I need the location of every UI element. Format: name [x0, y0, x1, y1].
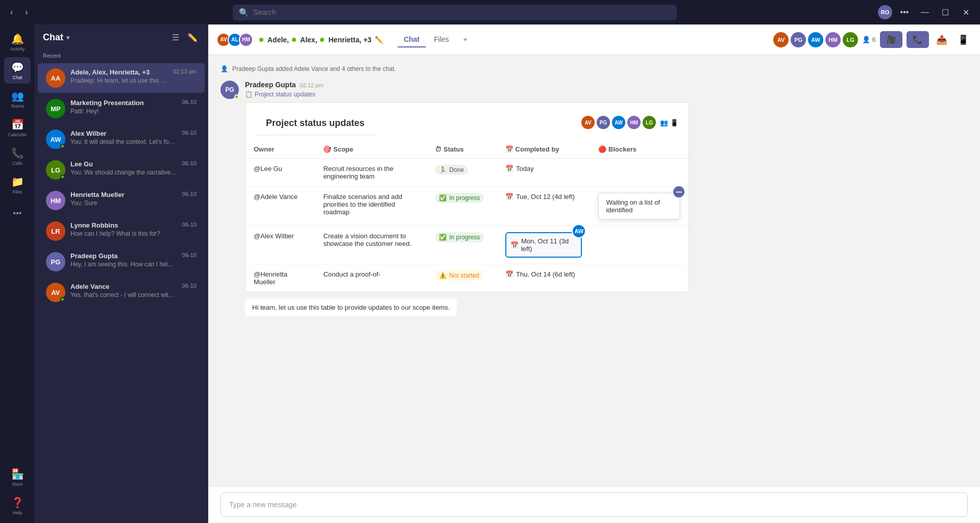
cell-completed: 📅 Today — [497, 159, 590, 187]
teams-icon: 👥 — [11, 90, 24, 102]
table-phone-icon: 📱 — [670, 119, 678, 127]
chat-time: 06-10 — [182, 252, 197, 258]
chat-header-tabs: Chat Files + — [398, 32, 474, 47]
calendar-icon: 📅 — [505, 165, 513, 172]
title-bar-left: ‹ › — [6, 6, 32, 19]
participant-name-henrietta: Henrietta, +3 — [328, 36, 371, 44]
cell-scope: Recruit resources in the engineering tea… — [315, 159, 427, 187]
cell-status: ⚠️ Not started — [427, 264, 497, 292]
blocker-more-button[interactable]: ••• — [673, 186, 684, 197]
avatar: HM — [46, 191, 65, 210]
tab-files[interactable]: Files — [428, 32, 455, 47]
message-input-placeholder: Type a new message — [229, 501, 297, 509]
table-row: @Lee Gu Recruit resources in the enginee… — [246, 159, 689, 187]
user-avatar[interactable]: RO — [878, 5, 892, 19]
chat-item-henrietta[interactable]: HM Henrietta Mueller You: Sure 06-10 — [38, 186, 205, 215]
chat-list-title[interactable]: Chat ▾ — [43, 32, 69, 43]
header-avatar-hm: HM — [825, 32, 841, 47]
share-screen-button[interactable]: 📤 — [933, 31, 950, 48]
sidebar-item-files[interactable]: 📁 Files — [4, 171, 31, 198]
sidebar-item-help[interactable]: ❓ Help — [4, 492, 31, 519]
chat-time: 06-10 — [182, 283, 197, 289]
back-button[interactable]: ‹ — [6, 6, 17, 19]
messages-area[interactable]: 👤 Pradeep Gupta added Adele Vance and 4 … — [208, 55, 980, 486]
maximize-button[interactable]: ☐ — [937, 4, 953, 20]
chat-info: Lee Gu You: We should change the narrati… — [70, 160, 177, 176]
chat-time: 06-10 — [182, 99, 197, 105]
blocker-popup: ••• Waiting on a list of identified — [598, 193, 680, 219]
message-input-area: Type a new message — [208, 486, 980, 523]
calls-icon: 📞 — [11, 147, 24, 159]
more-options-button[interactable]: ••• — [896, 4, 913, 20]
sidebar-item-activity[interactable]: 🔔 Activity — [4, 29, 31, 55]
chat-preview: You: We should change the narrative this… — [70, 169, 177, 176]
system-message: 👤 Pradeep Gupta added Adele Vance and 4 … — [220, 63, 968, 74]
files-icon: 📁 — [11, 176, 24, 188]
sidebar-item-more[interactable]: ••• — [4, 200, 31, 227]
sidebar-item-calendar[interactable]: 📅 Calendar — [4, 114, 31, 141]
cell-blockers — [590, 264, 689, 292]
video-call-button[interactable]: 🎥 — [880, 31, 902, 48]
chat-item-adele[interactable]: AV Adele Vance Yes, that's correct - I w… — [38, 278, 205, 307]
add-tab-button[interactable]: + — [457, 32, 474, 47]
message-header: Pradeep Gupta 02:12 pm — [245, 81, 968, 89]
chat-item-lee[interactable]: LG Lee Gu You: We should change the narr… — [38, 155, 205, 185]
sidebar: 🔔 Activity 💬 Chat 👥 Teams 📅 Calendar 📞 C… — [0, 24, 35, 523]
completed-date: AW 📅 Mon, Oct 11 (3d left) — [505, 232, 582, 258]
status-badge-done: 🏃 Done — [435, 165, 468, 175]
more-options-button[interactable]: 📱 — [954, 31, 972, 48]
chat-item-pradeep[interactable]: PG Pradeep Gupta Hey, I am seeing this. … — [38, 247, 205, 277]
chat-item-marketing[interactable]: MP Marketing Presentation Patti: Hey! 06… — [38, 94, 205, 123]
completed-date: 📅 Today — [505, 165, 582, 172]
avatar: AA — [46, 68, 65, 88]
minimize-button[interactable]: — — [917, 4, 933, 20]
chat-item-lynne[interactable]: LR Lynne Robbins How can I help? What is… — [38, 216, 205, 246]
header-avatars-row: AV PG AW HM LG 👤 6 — [773, 32, 876, 47]
status-icon-notstarted: ⚠️ — [439, 272, 447, 279]
chat-preview: Yes, that's correct - I will connect wit… — [70, 291, 177, 298]
audio-call-button[interactable]: 📞 — [906, 31, 929, 48]
system-message-text: Pradeep Gupta added Adele Vance and 4 ot… — [232, 65, 396, 72]
followup-message: Hi team, let us use this table to provid… — [245, 298, 457, 316]
participant-name-alex: Alex, — [300, 36, 317, 44]
header-actions: AV PG AW HM LG 👤 6 🎥 📞 📤 📱 — [773, 31, 972, 48]
message-input-box[interactable]: Type a new message — [220, 492, 968, 517]
forward-button[interactable]: › — [21, 6, 32, 19]
status-icon-inprogress: ✅ — [439, 194, 447, 202]
title-bar-right: RO ••• — ☐ ✕ — [878, 4, 974, 20]
chat-time: 06-10 — [182, 221, 197, 228]
avatar: AW — [46, 130, 65, 149]
table-row: @Henrietta Mueller Conduct a proof-of- ⚠… — [246, 264, 689, 292]
chat-preview: Pradeep: Hi team, let us use this table … — [70, 77, 168, 84]
chat-name: Lynne Robbins — [70, 221, 177, 229]
chat-item-group[interactable]: AA Adele, Alex, Henrietta, +3 Pradeep: H… — [38, 63, 205, 93]
filter-button[interactable]: ☰ — [170, 31, 181, 44]
main-content: AV AL HM Adele, Alex, Henrietta, +3 ✏️ C… — [208, 24, 980, 523]
message-source[interactable]: 📋 Project status updates — [245, 91, 968, 98]
header-avatar-pg: PG — [791, 32, 806, 47]
sidebar-item-teams[interactable]: 👥 Teams — [4, 86, 31, 112]
sidebar-item-chat[interactable]: 💬 Chat — [4, 57, 31, 84]
chat-name: Adele Vance — [70, 283, 177, 290]
close-button[interactable]: ✕ — [958, 4, 974, 20]
online-indicator — [292, 38, 296, 42]
cell-status: ✅ In progress — [427, 226, 497, 264]
search-bar[interactable]: 🔍 — [233, 5, 677, 20]
cell-status: 🏃 Done — [427, 159, 497, 187]
table-participants-icon: 👥 — [660, 119, 668, 127]
chat-header: AV AL HM Adele, Alex, Henrietta, +3 ✏️ C… — [208, 24, 980, 55]
edit-name-icon[interactable]: ✏️ — [375, 36, 383, 44]
completed-date: 📅 Tue, Oct 12 (4d left) — [505, 193, 582, 201]
source-icon: 📋 — [245, 91, 253, 98]
activity-icon: 🔔 — [11, 33, 24, 45]
search-input[interactable] — [253, 8, 671, 16]
avatar: PG — [46, 252, 65, 271]
title-bar: ‹ › 🔍 RO ••• — ☐ ✕ — [0, 0, 980, 24]
sidebar-item-calls[interactable]: 📞 Calls — [4, 143, 31, 169]
tab-chat[interactable]: Chat — [398, 32, 426, 47]
chat-name: Henrietta Mueller — [70, 191, 177, 198]
sidebar-item-store[interactable]: 🏪 Store — [4, 464, 31, 490]
chat-item-alex[interactable]: AW Alex Wilber You: It will detail the c… — [38, 124, 205, 154]
new-chat-button[interactable]: ✏️ — [185, 31, 200, 44]
table-row: @Adele Vance Finalize scenarios and add … — [246, 187, 689, 226]
